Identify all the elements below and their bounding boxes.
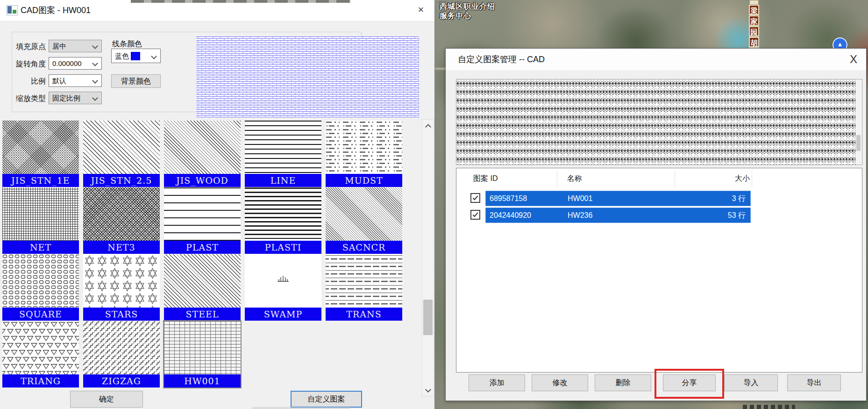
pattern-swatch [326,121,402,174]
pattern-tile-stars[interactable]: STARS [83,254,160,321]
background-color-button[interactable]: 背景颜色 [111,74,161,88]
street-sign-char: 园 [749,26,759,36]
tile-label: NET3 [83,241,160,254]
ok-button[interactable]: 确定 [70,391,143,408]
tile-label: PLAST [164,241,241,254]
scroll-up-button[interactable] [422,120,434,131]
pattern-swatch [2,121,79,174]
tile-label: NET [2,241,79,254]
chevron-down-icon [92,78,98,84]
pattern-tile-plasti[interactable]: PLASTI [245,187,321,254]
blue-brick-pattern [196,36,419,118]
column-divider [752,170,752,188]
pattern-tile-mudst[interactable]: MUDST [326,121,402,187]
pattern-tile-hw001-selected[interactable]: HW001 [164,321,241,387]
pattern-swatch [83,121,160,174]
pattern-tile-steel[interactable]: STEEL [164,254,241,321]
chevron-down-icon [92,60,98,66]
line-color-label: 线条颜色 [112,39,142,49]
window-ghost-artifact [252,407,350,409]
pattern-swatch [164,121,241,174]
pattern-tile-sacncr[interactable]: SACNCR [326,187,402,254]
selected-row-highlight[interactable]: 689587158 HW001 3 行 [485,191,751,206]
pattern-tile-jis-stn-1e[interactable]: JIS_STN_1E [2,121,79,187]
tile-label: STARS [83,308,160,321]
pattern-tile-jis-wood[interactable]: JIS_WOOD [164,121,241,187]
chevron-down-icon [151,53,157,59]
modify-button[interactable]: 修改 [532,374,588,391]
street-sign-char: 胡 [749,37,759,47]
street-sign-char: 梁 [749,5,759,15]
table-row[interactable]: 2042440920 HW236 53 行 [456,207,862,223]
pattern-table: 图案 ID 名称 大小 689587158 HW001 3 行 20424409… [456,168,862,373]
preview-scrollbar[interactable] [855,80,861,164]
scale-label: 比例 [5,77,46,86]
background-window-fragment [131,0,350,3]
pattern-swatch [2,321,79,374]
pattern-tile-triang[interactable]: TRIANG [2,321,79,387]
row-checkbox-checked[interactable] [470,193,480,203]
pattern-swatch [245,121,321,174]
row-id: 689587158 [490,191,527,206]
pattern-tile-square[interactable]: SQUARE [2,254,79,321]
pattern-tile-swamp[interactable]: SWAMP [245,254,321,321]
tile-label: LINE [245,174,321,187]
pattern-tile-plast[interactable]: PLAST [164,187,241,254]
pattern-list-scrollbar[interactable] [422,119,434,396]
column-header-size[interactable]: 大小 [709,168,750,189]
row-size: 53 行 [728,208,746,222]
pattern-tile-line[interactable]: LINE [245,121,321,187]
export-button[interactable]: 导出 [787,374,841,391]
import-button[interactable]: 导入 [724,374,778,391]
left-dialog-title: CAD图案 - HW001 [21,5,91,16]
custom-pattern-button[interactable]: 自定义图案 [291,391,362,408]
close-icon[interactable]: X [846,52,861,66]
pattern-tile-jis-stn-2-5[interactable]: JIS_STN_2.5 [83,121,160,187]
pattern-tile-net3[interactable]: NET3 [83,187,160,254]
scrollbar-thumb[interactable] [856,135,861,151]
pattern-tile-net[interactable]: NET [2,187,79,254]
app-icon [7,5,18,15]
selected-row-highlight[interactable]: 2042440920 HW236 53 行 [485,208,751,223]
row-checkbox-checked[interactable] [470,210,480,220]
red-annotation-box [655,369,724,399]
scrollbar-thumb[interactable] [423,300,433,335]
delete-button[interactable]: 删除 [595,374,651,391]
pattern-swatch [83,254,160,308]
pattern-swatch [2,254,79,308]
pattern-swatch [245,254,321,308]
check-icon [473,213,477,216]
cad-pattern-dialog: CAD图案 - HW001 × 填充原点 居中 旋转角度 0.000000 比例… [0,0,435,409]
pattern-preview [196,36,419,118]
column-divider [675,170,675,188]
blue-color-swatch [131,52,140,60]
pattern-swatch [83,321,160,374]
pattern-tile-zigzag[interactable]: ZIGZAG [83,321,160,387]
table-row[interactable]: 689587158 HW001 3 行 [456,190,862,207]
scroll-down-button[interactable] [422,384,434,396]
pattern-swatch [164,254,241,308]
fill-origin-label: 填充原点 [5,42,46,52]
line-color-select[interactable]: 蓝色 [111,49,161,63]
chevron-down-icon [425,387,431,393]
right-dialog-titlebar: 自定义图案管理 -- CAD X [446,49,866,70]
tile-label: MUDST [326,174,402,187]
chevron-up-icon [425,124,431,130]
tile-label: STEEL [164,308,241,321]
tile-label: SQUARE [2,308,79,321]
right-dialog-title: 自定义图案管理 -- CAD [458,54,545,65]
street-sign-char: 家 [749,15,759,26]
zoom-type-label: 缩放类型 [5,94,46,104]
pattern-swatch [83,187,160,241]
column-header-name[interactable]: 名称 [567,168,582,189]
pattern-tile-trans[interactable]: TRANS [326,254,402,321]
column-header-id[interactable]: 图案 ID [473,168,498,189]
close-icon[interactable]: × [413,3,429,17]
left-dialog-titlebar: CAD图案 - HW001 × [0,0,434,22]
rotation-angle-select[interactable]: 0.000000 [49,57,102,70]
fill-origin-select[interactable]: 居中 [49,40,102,52]
pattern-swatch [245,187,321,241]
add-button[interactable]: 添加 [469,374,525,391]
zoom-type-select[interactable]: 固定比例 [49,92,102,104]
scale-select[interactable]: 默认 [49,74,102,87]
